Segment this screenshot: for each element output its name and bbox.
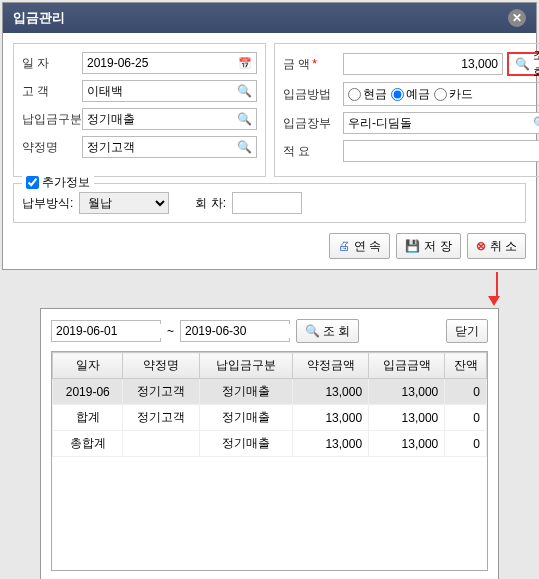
lookup-button[interactable]: 🔍 조회	[507, 52, 539, 76]
cell: 합계	[53, 405, 123, 431]
cell: 0	[445, 431, 487, 457]
lookup-label: 조회	[533, 47, 539, 81]
search-icon[interactable]: 🔍	[237, 140, 252, 154]
date-input-wrap[interactable]: 📅	[82, 52, 257, 74]
paytype-select[interactable]: 월납	[79, 192, 169, 214]
search-icon[interactable]: 🔍	[533, 116, 539, 130]
method-radio-group: 현금 예금 카드	[343, 82, 539, 106]
cell: 13,000	[369, 431, 445, 457]
cell: 0	[445, 379, 487, 405]
cell: 정기매출	[199, 379, 292, 405]
seq-label: 회 차:	[195, 195, 226, 212]
account-label: 입금장부	[283, 115, 343, 132]
right-form: 금 액* 🔍 조회 입금방법 현금 예금 카드 입	[274, 43, 539, 177]
customer-input[interactable]	[87, 84, 237, 98]
cell: 13,000	[293, 405, 369, 431]
extra-legend-label: 추가정보	[42, 174, 90, 191]
amount-label: 금 액*	[283, 56, 343, 73]
close-button[interactable]: 닫기	[446, 319, 488, 343]
cell: 정기매출	[199, 431, 292, 457]
account-input[interactable]	[348, 116, 533, 130]
cancel-icon: ⊗	[476, 239, 486, 253]
radio-card[interactable]: 카드	[434, 86, 473, 103]
guide-arrow	[0, 272, 539, 306]
cell: 총합계	[53, 431, 123, 457]
deposit-dialog: 입금관리 ✕ 일 자 📅 고 객 🔍	[2, 2, 537, 270]
date-to-wrap[interactable]: 📅	[180, 320, 290, 342]
calendar-icon[interactable]: 📅	[238, 57, 252, 70]
cell: 정기매출	[199, 405, 292, 431]
col-header[interactable]: 약정금액	[293, 353, 369, 379]
customer-input-wrap[interactable]: 🔍	[82, 80, 257, 102]
cell: 13,000	[369, 405, 445, 431]
paytype-label: 납부방식:	[22, 195, 73, 212]
memo-label: 적 요	[283, 143, 343, 160]
table-row[interactable]: 2019-06정기고객정기매출13,00013,0000	[53, 379, 487, 405]
table-row[interactable]: 합계정기고객정기매출13,00013,0000	[53, 405, 487, 431]
col-header[interactable]: 입금금액	[369, 353, 445, 379]
search-icon[interactable]: 🔍	[237, 112, 252, 126]
seq-input[interactable]	[232, 192, 302, 214]
col-header[interactable]: 잔액	[445, 353, 487, 379]
cell: 13,000	[293, 379, 369, 405]
cell: 정기고객	[123, 405, 199, 431]
amount-input[interactable]	[343, 53, 503, 75]
account-input-wrap[interactable]: 🔍	[343, 112, 539, 134]
radio-cash[interactable]: 현금	[348, 86, 387, 103]
cell	[123, 431, 199, 457]
result-grid[interactable]: 일자약정명납입금구분약정금액입금금액잔액 2019-06정기고객정기매출13,0…	[51, 351, 488, 571]
close-icon[interactable]: ✕	[508, 9, 526, 27]
col-header[interactable]: 약정명	[123, 353, 199, 379]
category-input-wrap[interactable]: 🔍	[82, 108, 257, 130]
titlebar: 입금관리 ✕	[3, 3, 536, 33]
save-icon: 💾	[405, 239, 420, 253]
cancel-button[interactable]: ⊗취 소	[467, 233, 526, 259]
result-panel: 📅 ~ 📅 🔍 조 회 닫기 일자약정명납입금구분약정금액입금금액잔액 2019…	[40, 308, 499, 579]
col-header[interactable]: 일자	[53, 353, 123, 379]
contract-label: 약정명	[22, 139, 82, 156]
category-input[interactable]	[87, 112, 237, 126]
continue-icon: 🖨	[338, 239, 350, 253]
query-button[interactable]: 🔍 조 회	[296, 319, 359, 343]
table-row[interactable]: 총합계정기매출13,00013,0000	[53, 431, 487, 457]
contract-input[interactable]	[87, 140, 237, 154]
cell: 2019-06	[53, 379, 123, 405]
cell: 0	[445, 405, 487, 431]
method-label: 입금방법	[283, 86, 343, 103]
col-header[interactable]: 납입금구분	[199, 353, 292, 379]
search-icon[interactable]: 🔍	[237, 84, 252, 98]
date-from-wrap[interactable]: 📅	[51, 320, 161, 342]
continue-button[interactable]: 🖨연 속	[329, 233, 390, 259]
save-button[interactable]: 💾저 장	[396, 233, 460, 259]
extra-legend[interactable]: 추가정보	[22, 174, 94, 191]
category-label: 납입금구분	[22, 111, 82, 128]
contract-input-wrap[interactable]: 🔍	[82, 136, 257, 158]
cell: 13,000	[293, 431, 369, 457]
left-form: 일 자 📅 고 객 🔍 납입금구분	[13, 43, 266, 177]
date-input[interactable]	[87, 56, 238, 70]
date-label: 일 자	[22, 55, 82, 72]
cell: 정기고객	[123, 379, 199, 405]
memo-input[interactable]	[343, 140, 539, 162]
button-bar: 🖨연 속 💾저 장 ⊗취 소	[13, 233, 526, 259]
search-icon: 🔍	[515, 57, 530, 71]
dialog-title: 입금관리	[13, 9, 65, 27]
search-icon: 🔍	[305, 324, 320, 338]
cell: 13,000	[369, 379, 445, 405]
tilde: ~	[167, 324, 174, 338]
extra-info-box: 추가정보 납부방식: 월납 회 차:	[13, 183, 526, 223]
extra-checkbox[interactable]	[26, 176, 39, 189]
customer-label: 고 객	[22, 83, 82, 100]
radio-deposit[interactable]: 예금	[391, 86, 430, 103]
